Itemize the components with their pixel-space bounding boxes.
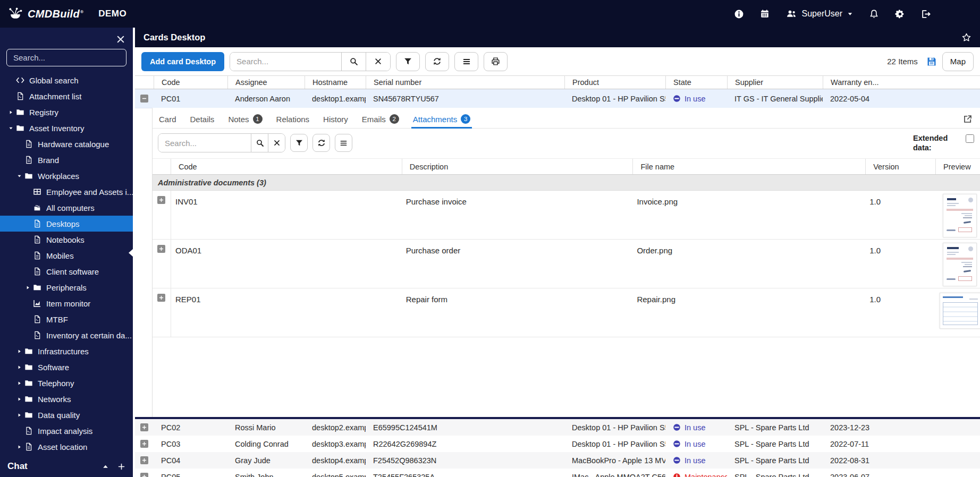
sidebar-item-brand[interactable]: Brand bbox=[0, 152, 133, 168]
attachment-preview-thumbnail[interactable] bbox=[940, 293, 980, 329]
column-header-hostname[interactable]: Hostname bbox=[305, 76, 366, 89]
sidebar-item-data-quality[interactable]: Data quality bbox=[0, 407, 133, 423]
collapse-row-button[interactable] bbox=[140, 95, 148, 103]
column-header-warranty-en[interactable]: Warranty en... bbox=[823, 76, 980, 89]
sidebar-item-employee-and-assets-i[interactable]: Employee and Assets i... bbox=[0, 184, 133, 200]
sidebar-close-icon[interactable] bbox=[116, 35, 125, 44]
sidebar-item-telephony[interactable]: Telephony bbox=[0, 375, 133, 391]
attachment-column-header-code[interactable]: Code bbox=[171, 159, 402, 174]
sidebar-item-notebooks[interactable]: Notebooks bbox=[0, 232, 133, 248]
sidebar-item-asset-inventory[interactable]: Asset Inventory bbox=[0, 120, 133, 136]
sidebar-collapse-handle[interactable] bbox=[129, 249, 133, 257]
chat-panel-header[interactable]: Chat bbox=[0, 456, 133, 477]
favorite-star-icon[interactable] bbox=[961, 32, 971, 42]
sidebar-item-infrastructures[interactable]: Infrastructures bbox=[0, 343, 133, 359]
sidebar-item-inventory-at-certain-da[interactable]: Inventory at certain da... bbox=[0, 327, 133, 343]
print-button[interactable] bbox=[484, 52, 508, 71]
tab-notes[interactable]: Notes1 bbox=[228, 110, 262, 128]
tab-history[interactable]: History bbox=[323, 110, 348, 128]
sidebar-item-client-software[interactable]: Client software bbox=[0, 263, 133, 279]
attachment-preview-thumbnail[interactable] bbox=[943, 243, 977, 286]
tab-card[interactable]: Card bbox=[159, 110, 176, 128]
grid-search-input[interactable] bbox=[230, 53, 341, 71]
caret-right-icon[interactable] bbox=[15, 348, 23, 354]
card-row-pc03[interactable]: PC03Colding Conraddesktop3.exampleR22642… bbox=[135, 436, 980, 453]
filter-button[interactable] bbox=[396, 52, 420, 71]
attachment-row-inv01[interactable]: INV01Purchase invoiceInvoice.png1.0 bbox=[153, 191, 980, 240]
gear-icon[interactable] bbox=[895, 9, 905, 19]
column-header-assignee[interactable]: Assignee bbox=[227, 76, 305, 89]
column-header-supplier[interactable]: Supplier bbox=[727, 76, 823, 89]
caret-right-icon[interactable] bbox=[15, 412, 23, 418]
save-view-icon[interactable] bbox=[926, 56, 937, 67]
caret-right-icon[interactable] bbox=[15, 444, 23, 449]
card-row-pc05[interactable]: PC05Smith Johndesktop5.exampleT25455F265… bbox=[135, 469, 980, 477]
attachment-column-header-preview[interactable]: Preview bbox=[935, 159, 980, 174]
attachments-search-input[interactable] bbox=[158, 134, 251, 152]
sidebar-item-hardware-catalogue[interactable]: Hardware catalogue bbox=[0, 136, 133, 152]
menu-button[interactable] bbox=[454, 52, 478, 71]
expand-row-button[interactable] bbox=[157, 196, 165, 204]
refresh-button[interactable] bbox=[425, 52, 449, 71]
attachment-row-oda01[interactable]: ODA01Purchase orderOrder.png1.0 bbox=[153, 240, 980, 288]
open-external-icon[interactable] bbox=[963, 114, 973, 124]
sidebar-item-attachment-list[interactable]: Attachment list bbox=[0, 88, 133, 104]
tab-emails[interactable]: Emails2 bbox=[362, 110, 399, 128]
sidebar-item-software[interactable]: Software bbox=[0, 359, 133, 375]
caret-right-icon[interactable] bbox=[15, 396, 23, 402]
caret-down-icon[interactable] bbox=[6, 125, 15, 131]
tab-details[interactable]: Details bbox=[190, 110, 215, 128]
expand-row-button[interactable] bbox=[140, 440, 148, 448]
sidebar-item-asset-location[interactable]: Asset location bbox=[0, 439, 133, 455]
sidebar-item-mobiles[interactable]: Mobiles bbox=[0, 248, 133, 263]
column-header-code[interactable]: Code bbox=[154, 76, 227, 89]
attachment-row-rep01[interactable]: REP01Repair formRepair.png1.0 bbox=[153, 288, 980, 337]
expand-row-button[interactable] bbox=[140, 423, 148, 431]
column-header-product[interactable]: Product bbox=[564, 76, 665, 89]
sidebar-search-input[interactable] bbox=[6, 49, 126, 66]
caret-right-icon[interactable] bbox=[6, 109, 15, 115]
card-row-pc01[interactable]: PC01Anderson Aarondesktop1.exampleSN4567… bbox=[135, 89, 980, 108]
sidebar-item-impact-analysis[interactable]: Impact analysis bbox=[0, 423, 133, 439]
column-header-state[interactable]: State bbox=[665, 76, 727, 89]
card-row-pc04[interactable]: PC04Gray Judedesktop4.exampleF25452Q9863… bbox=[135, 452, 980, 469]
clear-search-button[interactable] bbox=[366, 53, 390, 71]
user-menu[interactable]: SuperUser bbox=[785, 8, 853, 19]
sign-out-icon[interactable] bbox=[921, 9, 931, 19]
expand-row-button[interactable] bbox=[140, 473, 148, 477]
expand-row-button[interactable] bbox=[157, 294, 165, 302]
add-card-button[interactable]: Add card Desktop bbox=[141, 52, 224, 71]
attachments-clear-button[interactable] bbox=[268, 134, 285, 152]
caret-right-icon[interactable] bbox=[15, 364, 23, 370]
attachments-refresh-button[interactable] bbox=[312, 134, 330, 152]
attachments-menu-button[interactable] bbox=[335, 134, 352, 152]
sidebar-item-networks[interactable]: Networks bbox=[0, 391, 133, 407]
sidebar-item-global-search[interactable]: Global search bbox=[0, 72, 133, 88]
attachments-filter-button[interactable] bbox=[290, 134, 308, 152]
attachment-column-header-description[interactable]: Description bbox=[402, 159, 633, 174]
attachments-search-button[interactable] bbox=[251, 134, 268, 152]
expand-row-button[interactable] bbox=[157, 245, 165, 253]
sidebar-item-all-computers[interactable]: All computers bbox=[0, 200, 133, 216]
bell-icon[interactable] bbox=[869, 9, 879, 19]
sidebar-item-item-monitor[interactable]: Item monitor bbox=[0, 295, 133, 311]
card-row-pc02[interactable]: PC02Rossi Mariodesktop2.exampleE65995C12… bbox=[135, 419, 980, 436]
column-header-serial-number[interactable]: Serial number bbox=[366, 76, 564, 89]
sidebar-item-peripherals[interactable]: Peripherals bbox=[0, 279, 133, 295]
extended-data-checkbox[interactable] bbox=[966, 134, 974, 143]
info-circle-icon[interactable] bbox=[734, 9, 744, 19]
caret-right-icon[interactable] bbox=[15, 380, 23, 386]
sidebar-item-registry[interactable]: Registry bbox=[0, 104, 133, 120]
sidebar-item-desktops[interactable]: Desktops bbox=[0, 216, 133, 232]
sidebar-item-workplaces[interactable]: Workplaces bbox=[0, 168, 133, 184]
tab-relations[interactable]: Relations bbox=[276, 110, 310, 128]
collapse-up-icon[interactable] bbox=[102, 463, 109, 470]
attachment-preview-thumbnail[interactable] bbox=[943, 194, 977, 237]
sidebar-item-mtbf[interactable]: MTBF bbox=[0, 311, 133, 327]
tab-attachments[interactable]: Attachments3 bbox=[413, 110, 470, 128]
search-button[interactable] bbox=[341, 53, 366, 71]
attachment-column-header-file-name[interactable]: File name bbox=[632, 159, 865, 174]
add-chat-icon[interactable] bbox=[117, 463, 125, 471]
caret-right-icon[interactable] bbox=[23, 285, 32, 290]
map-button[interactable]: Map bbox=[942, 52, 974, 71]
